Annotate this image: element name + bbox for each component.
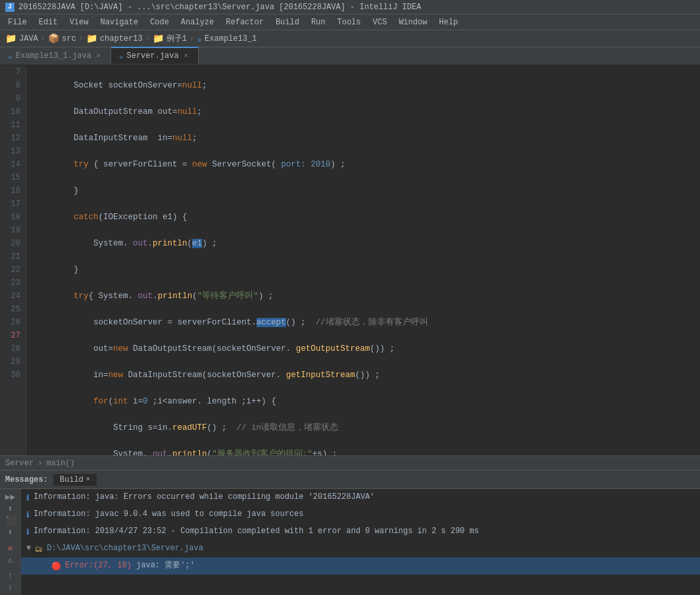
- messages-list[interactable]: ℹ Information: java: Errors occurred whi…: [21, 489, 700, 595]
- scroll-bottom-btn[interactable]: ⬇: [3, 527, 18, 538]
- line-14: 14: [3, 158, 20, 171]
- tab-server-label: Server.java: [126, 51, 178, 61]
- code-line-20: String s=in.readUTF() ; // in读取信息，堵塞状态: [32, 421, 700, 434]
- line-18: 18: [3, 211, 20, 224]
- left-tool-panel: ▶▶ ⬆ ⬛ ⬇ ✕ ⚠ ↑ ↓ ⚙: [0, 489, 21, 595]
- app-icon: J: [5, 3, 14, 12]
- menu-vcs[interactable]: VCS: [368, 16, 393, 28]
- messages-label: Messages:: [5, 475, 48, 484]
- menu-analyze[interactable]: Analyze: [176, 16, 219, 28]
- up-btn[interactable]: ↑: [3, 571, 18, 581]
- tab-example13-icon: ☕: [8, 52, 12, 61]
- bc-example1-label: 例子1: [166, 33, 187, 44]
- build-tab[interactable]: Build ×: [53, 474, 97, 486]
- status-main: main(): [46, 459, 74, 468]
- bc-sep-2: ›: [79, 34, 84, 43]
- src-icon: 📦: [48, 33, 59, 44]
- bc-src-label: src: [62, 34, 76, 43]
- bc-java-label: JAVA: [19, 34, 38, 43]
- bc-sep-1: ›: [41, 34, 45, 43]
- code-line-11: }: [32, 184, 700, 197]
- bc-java[interactable]: 📁 JAVA: [5, 33, 38, 44]
- error-btn[interactable]: ✕: [3, 543, 18, 554]
- msg-text-5: Error:(27, 18) java: 需要';': [65, 559, 195, 571]
- error-icon-1: 🔴: [51, 561, 61, 573]
- msg-row-3[interactable]: ℹ Information: 2018/4/27 23:52 - Compila…: [21, 523, 700, 540]
- line-20: 20: [3, 237, 20, 250]
- code-line-15: try{ System. out.println("等待客户呼叫") ;: [32, 290, 700, 303]
- info-icon-1: ℹ: [26, 492, 30, 504]
- line-19: 19: [3, 224, 20, 237]
- tab-example13-close[interactable]: ×: [95, 52, 103, 61]
- example1-folder-icon: 📁: [153, 33, 164, 44]
- messages-panel: Messages: Build × ▶▶ ⬆ ⬛ ⬇ ✕ ⚠ ↑ ↓ ⚙ ℹ I…: [0, 470, 700, 595]
- bc-sep-3: ›: [145, 34, 150, 43]
- menu-code[interactable]: Code: [145, 16, 174, 28]
- down-btn[interactable]: ↓: [3, 582, 18, 592]
- menu-view[interactable]: View: [64, 16, 94, 28]
- code-content[interactable]: Socket socketOnServer=null; DataOutputSt…: [26, 66, 700, 455]
- line-9: 9: [3, 92, 20, 105]
- stop-btn[interactable]: ⬛: [3, 515, 18, 526]
- msg-row-2[interactable]: ℹ Information: javac 9.0.4 was used to c…: [21, 506, 700, 523]
- code-line-9: DataInputStream in=null;: [32, 132, 700, 145]
- code-line-13: System. out.println(e1) ;: [32, 237, 700, 250]
- bc-src[interactable]: 📦 src: [48, 33, 76, 44]
- code-line-7: Socket socketOnServer=null;: [32, 79, 700, 92]
- code-line-14: }: [32, 263, 700, 276]
- messages-toolbar: Messages: Build ×: [0, 471, 700, 489]
- msg-row-4[interactable]: ▼ 🗂 D:\JAVA\src\chapter13\Server.java: [21, 540, 700, 557]
- tab-server-icon: ☕: [119, 52, 124, 61]
- line-26: 26: [3, 316, 20, 329]
- menu-window[interactable]: Window: [393, 16, 432, 28]
- error-msg: java: 需要';': [136, 561, 195, 570]
- tree-indent-5: [26, 559, 47, 571]
- bc-chapter13-label: chapter13: [100, 34, 143, 43]
- bc-example1[interactable]: 📁 例子1: [153, 33, 187, 44]
- line-25: 25: [3, 303, 20, 316]
- java-file-icon: ☕: [197, 34, 202, 44]
- menu-run[interactable]: Run: [306, 16, 331, 28]
- menu-refactor[interactable]: Refactor: [220, 16, 269, 28]
- menu-tools[interactable]: Tools: [332, 16, 366, 28]
- tab-server-close[interactable]: ×: [182, 52, 190, 61]
- menu-edit[interactable]: Edit: [34, 16, 63, 28]
- code-line-10: try { serverForClient = new ServerSocket…: [32, 158, 700, 171]
- line-28: 28: [3, 342, 20, 355]
- run-btn[interactable]: ▶▶: [3, 492, 18, 502]
- bc-example13[interactable]: ☕ Example13_1: [197, 34, 257, 44]
- bc-sep-4: ›: [189, 34, 194, 43]
- menu-build[interactable]: Build: [270, 16, 305, 28]
- line-13: 13: [3, 145, 20, 158]
- menu-bar: File Edit View Navigate Code Analyze Ref…: [0, 14, 700, 30]
- tab-server[interactable]: ☕ Server.java ×: [111, 47, 199, 64]
- line-10: 10: [3, 105, 20, 118]
- menu-file[interactable]: File: [3, 16, 32, 28]
- tree-toggle-1[interactable]: ▼: [26, 542, 31, 554]
- msg-text-2: Information: javac 9.0.4 was used to com…: [34, 508, 303, 520]
- menu-navigate[interactable]: Navigate: [95, 16, 143, 28]
- msg-row-1[interactable]: ℹ Information: java: Errors occurred whi…: [21, 489, 700, 506]
- line-22: 22: [3, 263, 20, 276]
- tab-example13[interactable]: ☕ Example13_1.java ×: [0, 47, 111, 65]
- menu-help[interactable]: Help: [434, 16, 463, 28]
- warning-btn[interactable]: ⚠: [3, 555, 18, 565]
- line-16: 16: [3, 184, 20, 197]
- editor-area: 7 8 9 10 11 12 13 14 15 16 17 18 19 20 2…: [0, 66, 700, 455]
- line-30: 30: [3, 369, 20, 382]
- msg-row-5[interactable]: 🔴 Error:(27, 18) java: 需要';': [21, 557, 700, 575]
- line-numbers: 7 8 9 10 11 12 13 14 15 16 17 18 19 20 2…: [0, 66, 26, 455]
- scroll-top-btn[interactable]: ⬆: [3, 504, 18, 514]
- line-15: 15: [3, 171, 20, 184]
- code-line-8: DataOutputStream out=null;: [32, 105, 700, 118]
- msg-text-1: Information: java: Errors occurred while…: [34, 491, 374, 503]
- bc-chapter13[interactable]: 📁 chapter13: [86, 33, 143, 44]
- code-line-19: for(int i=0 ;i<answer. length ;i++) {: [32, 395, 700, 408]
- line-8: 8: [3, 79, 20, 92]
- build-tab-close[interactable]: ×: [86, 476, 90, 483]
- build-tab-label: Build: [60, 475, 84, 484]
- line-29: 29: [3, 355, 20, 369]
- line-11: 11: [3, 118, 20, 132]
- code-line-16: socketOnServer = serverForClient.accept(…: [32, 316, 700, 329]
- file-icon-1: 🗂: [35, 544, 43, 556]
